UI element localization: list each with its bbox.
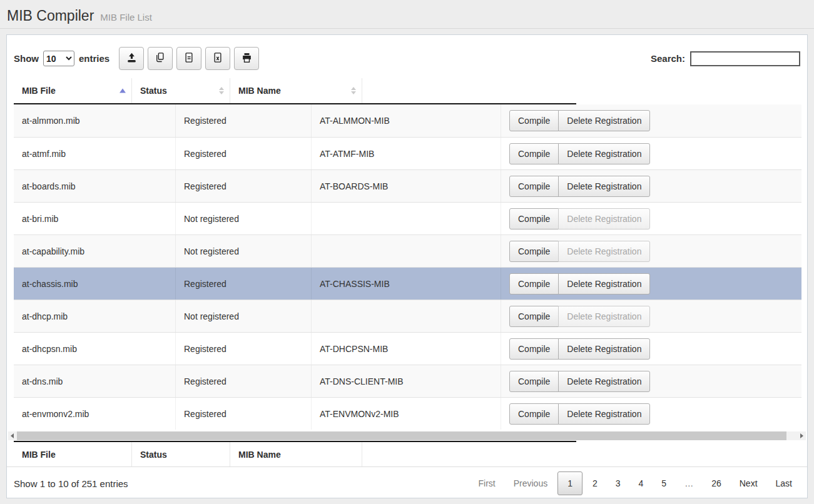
printer-icon	[241, 52, 253, 66]
page-header: MIB Compiler MIB File List	[0, 0, 814, 29]
pagination-ellipsis: …	[676, 472, 701, 495]
compile-button[interactable]: Compile	[509, 306, 559, 327]
table-body: at-almmon.mib Registered AT-ALMMON-MIB C…	[14, 104, 801, 430]
compile-button[interactable]: Compile	[509, 143, 559, 164]
delete-registration-button: Delete Registration	[558, 241, 650, 262]
sort-both-icon	[219, 87, 224, 94]
scrollbar-track[interactable]	[16, 431, 798, 440]
page-length-select[interactable]: 10	[43, 51, 74, 66]
cell-mib-file: at-dhcp.mib	[14, 300, 175, 332]
sort-asc-icon	[120, 89, 126, 93]
search-input[interactable]	[690, 51, 800, 66]
cell-mib-name	[311, 300, 501, 332]
pagination-pages: 12345…26	[556, 471, 730, 495]
table-footer-header: MIB File Status MIB Name	[14, 441, 576, 466]
footer-header-mib-file: MIB File	[14, 442, 131, 466]
table-header: MIB File Status MIB Name	[14, 78, 576, 104]
table-row[interactable]: at-chassis.mib Registered AT-CHASSIS-MIB…	[14, 267, 801, 300]
pagination-page-5[interactable]: 5	[653, 472, 674, 495]
delete-registration-button[interactable]: Delete Registration	[558, 338, 650, 360]
excel-button[interactable]	[205, 47, 230, 70]
cell-actions: Compile Delete Registration	[501, 268, 801, 300]
copy-button[interactable]	[148, 47, 173, 70]
cell-status: Registered	[175, 138, 311, 169]
column-header-mib-file[interactable]: MIB File	[14, 78, 131, 103]
cell-mib-name: AT-CHASSIS-MIB	[311, 268, 501, 300]
table-row[interactable]: at-dns.mib Registered AT-DNS-CLIENT-MIB …	[14, 365, 801, 397]
compile-button[interactable]: Compile	[509, 338, 559, 360]
footer-header-actions	[362, 442, 576, 466]
upload-icon	[126, 52, 138, 66]
cell-actions: Compile Delete Registration	[501, 333, 801, 365]
entries-label: entries	[79, 53, 109, 64]
table-row[interactable]: at-almmon.mib Registered AT-ALMMON-MIB C…	[14, 104, 801, 137]
cell-mib-file: at-chassis.mib	[14, 268, 175, 300]
column-header-status[interactable]: Status	[131, 78, 230, 103]
cell-actions: Compile Delete Registration	[501, 365, 801, 397]
table-row[interactable]: at-envmonv2.mib Registered AT-ENVMONv2-M…	[14, 397, 801, 430]
pagination-first[interactable]: First	[470, 472, 503, 495]
pagination-page-1[interactable]: 1	[557, 471, 583, 495]
pagination: First Previous 12345…26 Next Last	[468, 471, 800, 495]
cell-actions: Compile Delete Registration	[501, 235, 801, 267]
bottom-bar: Show 1 to 10 of 251 entries First Previo…	[7, 466, 807, 500]
cell-mib-file: at-envmonv2.mib	[14, 398, 175, 430]
print-button[interactable]	[234, 47, 259, 70]
cell-actions: Compile Delete Registration	[501, 104, 801, 137]
mib-file-list-panel: Show 10 entries	[6, 34, 808, 498]
csv-button[interactable]	[176, 47, 201, 70]
compile-button[interactable]: Compile	[509, 241, 559, 262]
delete-registration-button[interactable]: Delete Registration	[558, 143, 650, 164]
table-row[interactable]: at-atmf.mib Registered AT-ATMF-MIB Compi…	[14, 137, 801, 169]
pagination-next[interactable]: Next	[731, 472, 766, 495]
table-row[interactable]: at-boards.mib Registered AT-BOARDS-MIB C…	[14, 169, 801, 202]
pagination-page-2[interactable]: 2	[584, 472, 606, 495]
delete-registration-button: Delete Registration	[558, 306, 650, 327]
compile-button[interactable]: Compile	[509, 110, 559, 131]
delete-registration-button[interactable]: Delete Registration	[558, 110, 650, 131]
scroll-right-arrow-icon[interactable]	[798, 431, 806, 440]
pagination-page-4[interactable]: 4	[631, 472, 652, 495]
pagination-page-26[interactable]: 26	[703, 472, 730, 495]
cell-mib-file: at-boards.mib	[14, 170, 175, 202]
delete-registration-button[interactable]: Delete Registration	[558, 176, 650, 197]
scroll-left-arrow-icon[interactable]	[8, 431, 16, 440]
compile-button[interactable]: Compile	[509, 371, 559, 392]
compile-button[interactable]: Compile	[509, 208, 559, 229]
cell-status: Not registered	[175, 300, 311, 332]
cell-mib-name: AT-ALMMON-MIB	[311, 104, 501, 137]
pagination-page-3[interactable]: 3	[608, 472, 629, 495]
scrollbar-thumb[interactable]	[17, 431, 786, 440]
cell-actions: Compile Delete Registration	[501, 170, 801, 202]
upload-button[interactable]	[119, 47, 144, 70]
footer-header-status: Status	[131, 442, 230, 466]
column-header-mib-name[interactable]: MIB Name	[230, 78, 362, 103]
pagination-previous[interactable]: Previous	[506, 472, 556, 495]
compile-button[interactable]: Compile	[509, 273, 559, 295]
table-row[interactable]: at-capability.mib Not registered Compile…	[14, 234, 801, 267]
delete-registration-button[interactable]: Delete Registration	[558, 273, 650, 295]
compile-button[interactable]: Compile	[509, 403, 559, 425]
cell-status: Registered	[175, 104, 311, 137]
footer-header-mib-name: MIB Name	[230, 442, 362, 466]
cell-actions: Compile Delete Registration	[501, 138, 801, 169]
cell-actions: Compile Delete Registration	[501, 300, 801, 332]
cell-status: Not registered	[175, 203, 311, 234]
copy-icon	[155, 52, 166, 65]
delete-registration-button: Delete Registration	[558, 208, 650, 229]
table-row[interactable]: at-bri.mib Not registered Compile Delete…	[14, 202, 801, 234]
delete-registration-button[interactable]: Delete Registration	[558, 403, 650, 425]
table-row[interactable]: at-dhcp.mib Not registered Compile Delet…	[14, 300, 801, 332]
cell-status: Not registered	[175, 235, 311, 267]
delete-registration-button[interactable]: Delete Registration	[558, 371, 650, 392]
horizontal-scrollbar[interactable]	[8, 431, 806, 440]
table-row[interactable]: at-dhcpsn.mib Registered AT-DHCPSN-MIB C…	[14, 332, 801, 365]
cell-actions: Compile Delete Registration	[501, 203, 801, 234]
cell-mib-name: AT-BOARDS-MIB	[311, 170, 501, 202]
pagination-last[interactable]: Last	[768, 472, 800, 495]
compile-button[interactable]: Compile	[509, 176, 559, 197]
search-label: Search:	[651, 53, 685, 64]
cell-actions: Compile Delete Registration	[501, 398, 801, 430]
cell-mib-name: AT-ENVMONv2-MIB	[311, 398, 501, 430]
cell-status: Registered	[175, 268, 311, 300]
